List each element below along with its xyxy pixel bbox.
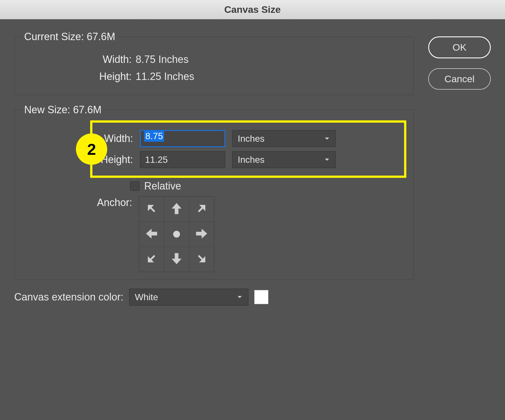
cancel-button[interactable]: Cancel	[428, 68, 491, 90]
current-size-legend: Current Size: 67.6M	[22, 31, 117, 43]
current-size-group: Current Size: 67.6M Width: 8.75 Inches H…	[14, 31, 414, 95]
arrow-up-left-icon	[144, 201, 159, 217]
anchor-bottom-left[interactable]	[139, 247, 164, 272]
current-height-value: 11.25 Inches	[136, 71, 194, 83]
extension-color-value: White	[135, 292, 158, 302]
chevron-down-icon	[237, 292, 243, 302]
dialog-body: Current Size: 67.6M Width: 8.75 Inches H…	[0, 19, 505, 420]
relative-checkbox[interactable]	[130, 181, 140, 191]
new-height-unit-dropdown[interactable]: Inches	[232, 151, 336, 168]
new-width-input[interactable]: 8.75	[140, 130, 225, 147]
main-column: Current Size: 67.6M Width: 8.75 Inches H…	[14, 31, 414, 411]
anchor-center[interactable]	[164, 222, 189, 247]
step-highlight: 2 Width: 8.75 Inches	[22, 120, 406, 178]
new-size-legend: New Size: 67.6M	[22, 104, 104, 116]
titlebar: Canvas Size	[0, 0, 505, 19]
current-width-value: 8.75 Inches	[136, 53, 189, 65]
new-height-input[interactable]: 11.25	[140, 151, 225, 168]
chevron-down-icon	[324, 155, 330, 165]
arrow-up-icon	[169, 201, 184, 217]
chevron-down-icon	[324, 133, 330, 144]
ok-button[interactable]: OK	[428, 36, 491, 58]
anchor-center-dot-icon	[173, 231, 180, 238]
dialog-title: Canvas Size	[224, 4, 281, 15]
anchor-left[interactable]	[139, 222, 164, 247]
arrow-left-icon	[144, 226, 159, 242]
arrow-up-right-icon	[194, 201, 209, 217]
extension-color-swatch[interactable]	[254, 290, 268, 304]
anchor-grid	[138, 196, 215, 272]
step-badge: 2	[76, 133, 107, 165]
anchor-label: Anchor:	[22, 196, 138, 209]
new-height-unit-value: Inches	[238, 155, 264, 165]
arrow-down-right-icon	[194, 251, 209, 267]
anchor-top[interactable]	[164, 197, 189, 222]
new-size-group: New Size: 67.6M 2 Width: 8.75 Inches	[14, 104, 414, 280]
arrow-down-icon	[169, 251, 184, 267]
anchor-top-left[interactable]	[139, 197, 164, 222]
anchor-bottom[interactable]	[164, 247, 189, 272]
current-height-label: Height:	[22, 71, 136, 83]
new-width-unit-value: Inches	[238, 133, 264, 144]
arrow-down-left-icon	[144, 251, 159, 267]
extension-color-dropdown[interactable]: White	[129, 289, 249, 306]
arrow-right-icon	[194, 226, 209, 242]
anchor-top-right[interactable]	[189, 197, 214, 222]
current-width-label: Width:	[22, 53, 136, 65]
relative-label: Relative	[144, 180, 181, 192]
anchor-bottom-right[interactable]	[189, 247, 214, 272]
new-width-unit-dropdown[interactable]: Inches	[232, 130, 336, 147]
anchor-right[interactable]	[189, 222, 214, 247]
extension-color-label: Canvas extension color:	[14, 291, 123, 303]
